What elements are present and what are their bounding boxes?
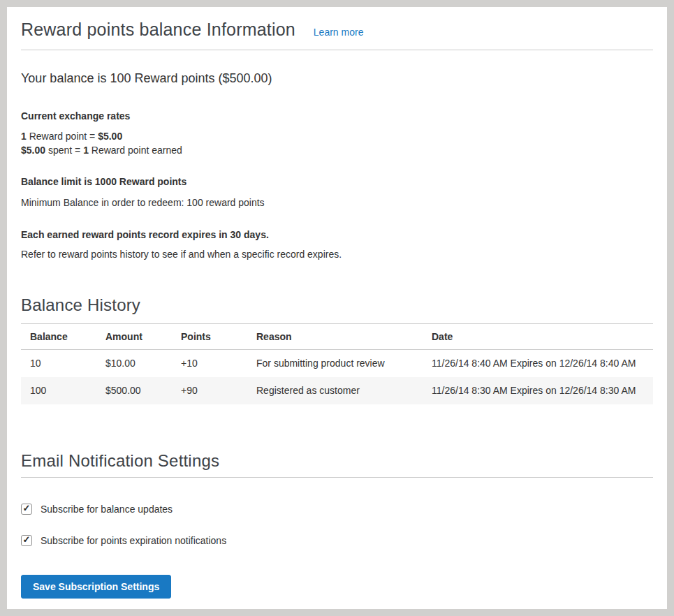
email-settings-heading: Email Notification Settings [21, 451, 653, 471]
cell-points: +10 [172, 350, 247, 377]
expiration-notifications-option: Subscribe for points expiration notifica… [21, 535, 653, 546]
cell-reason: For submitting product review [247, 350, 423, 377]
column-header-amount: Amount [96, 324, 172, 350]
rate-line-2: $5.00 spent = 1 Reward point earned [21, 145, 182, 156]
cell-reason: Registered as customer [247, 377, 423, 404]
learn-more-link[interactable]: Learn more [314, 27, 364, 38]
balance-history-heading: Balance History [21, 295, 653, 315]
column-header-balance: Balance [21, 324, 96, 350]
table-row: 100 $500.00 +90 Registered as customer 1… [21, 377, 653, 404]
column-header-points: Points [172, 324, 247, 350]
balance-history-table: Balance Amount Points Reason Date 10 $10… [21, 323, 653, 404]
rate-line-1: 1 Reward point = $5.00 [21, 131, 122, 142]
balance-summary: Your balance is 100 Reward points ($500.… [21, 70, 653, 87]
expiration-notifications-checkbox[interactable] [21, 535, 32, 546]
min-balance-text: Minimum Balance in order to redeem: 100 … [21, 196, 653, 210]
table-header-row: Balance Amount Points Reason Date [21, 324, 653, 350]
column-header-date: Date [423, 324, 653, 350]
cell-amount: $10.00 [96, 350, 172, 377]
table-row: 10 $10.00 +10 For submitting product rev… [21, 350, 653, 377]
cell-date: 11/26/14 8:30 AM Expires on 12/26/14 8:3… [423, 377, 653, 404]
cell-date: 11/26/14 8:40 AM Expires on 12/26/14 8:4… [423, 350, 653, 377]
balance-limit-text: Balance limit is 1000 Reward points [21, 175, 653, 189]
balance-updates-option: Subscribe for balance updates [21, 504, 653, 515]
reward-points-page: Reward points balance Information Learn … [7, 7, 667, 609]
cell-balance: 100 [21, 377, 96, 404]
page-title-wrapper: Reward points balance Information Learn … [21, 7, 653, 50]
save-subscription-settings-button[interactable]: Save Subscription Settings [21, 575, 171, 599]
balance-updates-label[interactable]: Subscribe for balance updates [41, 504, 173, 515]
balance-updates-checkbox[interactable] [21, 504, 32, 515]
page-title: Reward points balance Information [21, 20, 295, 39]
email-settings-divider [21, 477, 653, 478]
cell-amount: $500.00 [96, 377, 172, 404]
expiration-heading: Each earned reward points record expires… [21, 228, 653, 242]
exchange-rates-heading: Current exchange rates [21, 109, 653, 123]
column-header-reason: Reason [247, 324, 423, 350]
expiration-notifications-label[interactable]: Subscribe for points expiration notifica… [41, 535, 226, 546]
exchange-rates-text: 1 Reward point = $5.00 $5.00 spent = 1 R… [21, 129, 653, 157]
cell-points: +90 [172, 377, 247, 404]
expiration-note: Refer to reward points history to see if… [21, 247, 653, 261]
cell-balance: 10 [21, 350, 96, 377]
